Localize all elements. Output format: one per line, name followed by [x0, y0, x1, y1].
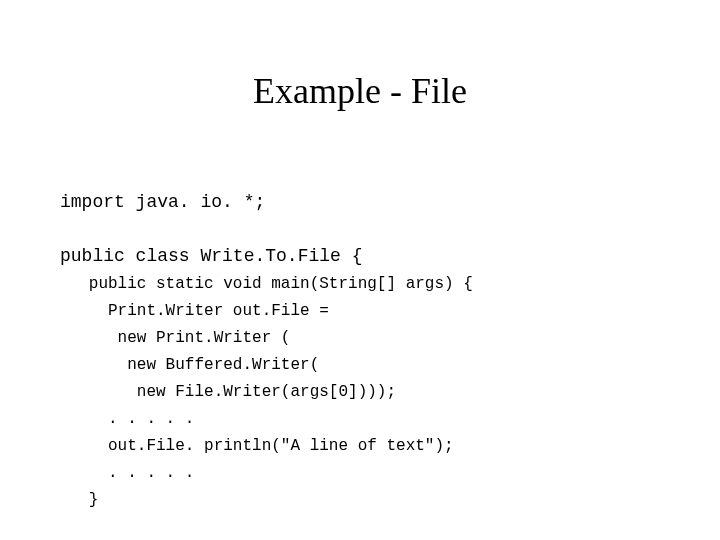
code-line: public class Write.To.File { — [60, 246, 362, 266]
code-line: Print.Writer out.File = — [60, 302, 329, 320]
code-line: new Buffered.Writer( — [60, 356, 319, 374]
code-line: . . . . . — [60, 464, 194, 482]
code-line: public static void main(String[] args) { — [60, 275, 473, 293]
slide-title: Example - File — [60, 70, 660, 112]
code-line: new File.Writer(args[0]))); — [60, 383, 396, 401]
code-block: import java. io. *; public class Write.T… — [60, 162, 660, 513]
slide: Example - File import java. io. *; publi… — [0, 0, 720, 540]
code-line: . . . . . — [60, 410, 194, 428]
code-line: import java. io. *; — [60, 192, 265, 212]
code-line: } — [60, 491, 98, 509]
code-line: out.File. println("A line of text"); — [60, 437, 454, 455]
code-line: new Print.Writer ( — [60, 329, 290, 347]
